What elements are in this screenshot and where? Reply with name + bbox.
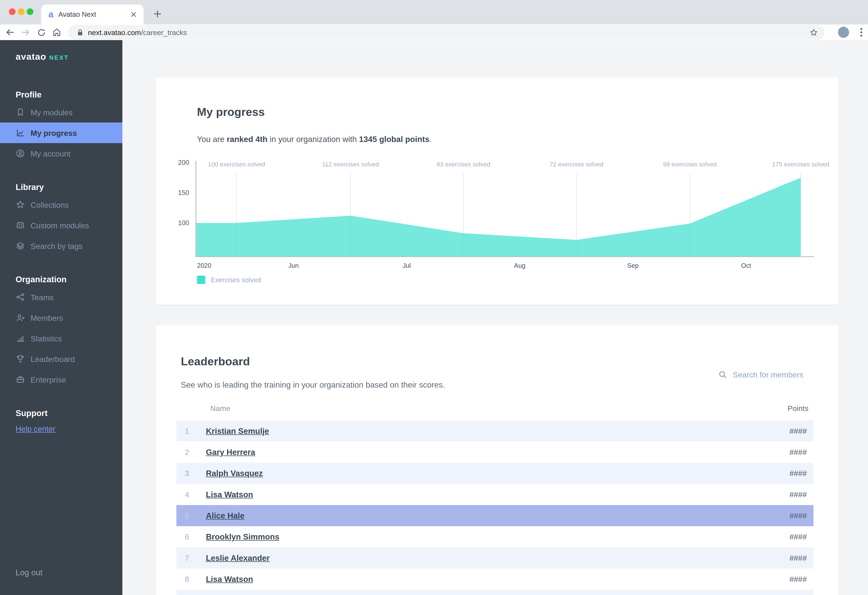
bar-chart-icon [16,333,25,343]
profile-avatar[interactable] [838,27,849,38]
member-name-link[interactable]: Lisa Watson [206,574,253,583]
home-icon[interactable] [51,27,62,38]
briefcase-icon [16,375,25,384]
x-tick-label: Oct [741,262,751,269]
my-progress-card: My progress You are ranked 4th in your o… [156,77,838,305]
row-rank: 8 [179,574,195,583]
sidebar-item-collections[interactable]: Collections [0,194,123,215]
logout-button[interactable]: Log out [16,568,42,577]
trophy-icon [16,354,25,364]
site-favicon: a [49,10,53,19]
leaderboard-row-7[interactable]: 7Leslie Alexander#### [176,548,813,568]
bookmark-icon [16,108,25,117]
sidebar-item-leaderboard[interactable]: Leaderboard [0,349,123,369]
leaderboard-header: Name Points [156,404,838,416]
sidebar-heading-support: Support [0,408,123,419]
browser-menu-icon[interactable] [856,27,867,38]
browser-tab[interactable]: a Avatao Next [41,4,143,25]
tab-title: Avatao Next [58,10,129,18]
row-points: #### [790,574,807,583]
member-name-link[interactable]: Brooklyn Simmons [206,532,279,541]
row-rank: 2 [179,448,195,457]
x-tick-label: Aug [514,262,526,269]
sidebar-item-label: Teams [31,293,54,302]
leaderboard-row-9[interactable]: 9Alice Hale#### [176,590,813,595]
member-name-link[interactable]: Gary Herrera [206,448,255,457]
row-points: #### [790,448,807,457]
sidebar-item-teams[interactable]: Teams [0,287,123,307]
legend-swatch [197,275,205,284]
column-header-points: Points [788,404,809,413]
leaderboard-row-5[interactable]: 5Alice Hale#### [176,505,813,526]
sidebar-section-organization: OrganizationTeamsMembersStatisticsLeader… [0,274,123,390]
sidebar-item-members[interactable]: Members [0,307,123,328]
leaderboard-row-2[interactable]: 2Gary Herrera#### [176,441,813,463]
sidebar-item-search-by-tags[interactable]: Search by tags [0,235,123,256]
module-card-icon [16,221,25,230]
leaderboard-row-8[interactable]: 8Lisa Watson#### [176,568,813,590]
x-tick-label: Jul [403,262,411,269]
sidebar-item-label: My progress [31,129,77,137]
macos-minimize-button[interactable] [18,8,24,15]
sidebar-item-custom-modules[interactable]: Custom modules [0,215,123,235]
leaderboard-row-4[interactable]: 4Lisa Watson#### [176,484,813,505]
leaderboard-row-3[interactable]: 3Ralph Vasquez#### [176,463,813,484]
chart-legend: Exercises solved [197,275,261,284]
sidebar-item-label: Search by tags [31,241,83,250]
member-name-link[interactable]: Alice Hale [206,511,244,520]
avatao-logo[interactable]: avataoNEXT [16,51,69,62]
leaderboard-subtitle: See who is leading the training in your … [181,380,445,389]
sidebar-heading-library: Library [0,182,123,193]
leaderboard-rows: 1Kristian Semulje####2Gary Herrera####3R… [176,420,813,595]
x-tick-label: 2020 [197,262,211,269]
member-name-link[interactable]: Kristian Semulje [206,426,269,435]
macos-zoom-button[interactable] [27,8,33,15]
row-points: #### [790,554,807,562]
member-name-link[interactable]: Leslie Alexander [206,554,270,562]
row-points: #### [790,490,807,499]
forward-icon[interactable] [20,27,31,38]
sidebar-item-help-center[interactable]: Help center [0,420,123,437]
sidebar-item-enterprise[interactable]: Enterprise [0,369,123,390]
sidebar-item-label: Help center [16,425,55,433]
exercises-annotation: 100 exercises solved [208,161,265,168]
rank-value: ranked 4th [227,135,267,144]
macos-close-button[interactable] [9,8,16,15]
row-rank: 5 [179,511,195,520]
address-bar[interactable]: next.avatao.com/career_tracks [68,25,825,40]
global-points-value: 1345 global points [359,135,430,144]
reload-icon[interactable] [35,27,47,38]
sidebar-item-my-modules[interactable]: My modules [0,102,123,123]
logo-suffix-text: NEXT [49,54,69,61]
sidebar-item-label: Leaderboard [31,354,75,363]
user-plus-icon [16,313,25,323]
member-name-link[interactable]: Lisa Watson [206,490,253,499]
member-search[interactable] [718,370,809,380]
sidebar-item-label: Collections [31,200,69,209]
leaderboard-row-1[interactable]: 1Kristian Semulje#### [176,420,813,441]
rank-suffix: . [430,135,432,144]
new-tab-button[interactable] [150,7,165,21]
sidebar-nav: ProfileMy modulesMy progressMy accountLi… [0,71,123,437]
rank-sentence: You are ranked 4th in your organization … [197,135,431,144]
leaderboard-row-6[interactable]: 6Brooklyn Simmons#### [176,526,813,548]
lock-icon [77,29,84,36]
sidebar-item-my-account[interactable]: My account [0,143,123,164]
search-input[interactable] [732,370,809,380]
tab-close-icon[interactable] [129,10,138,19]
rank-middle: in your organization with [267,135,359,144]
search-icon [718,370,727,379]
sidebar-item-statistics[interactable]: Statistics [0,328,123,349]
y-tick-label: 100 [178,219,189,226]
exercises-annotation: 72 exercises solved [549,161,603,168]
bookmark-star-icon[interactable] [810,28,818,37]
main-content: My progress You are ranked 4th in your o… [123,40,868,595]
share-nodes-icon [16,292,25,302]
sidebar-item-label: My modules [31,108,73,117]
member-name-link[interactable]: Ralph Vasquez [206,469,263,478]
row-rank: 7 [179,554,195,562]
leaderboard-card: Leaderboard See who is leading the train… [156,325,838,595]
back-icon[interactable] [4,27,16,38]
sidebar-item-label: My account [31,149,71,158]
sidebar-item-my-progress[interactable]: My progress [0,123,123,143]
